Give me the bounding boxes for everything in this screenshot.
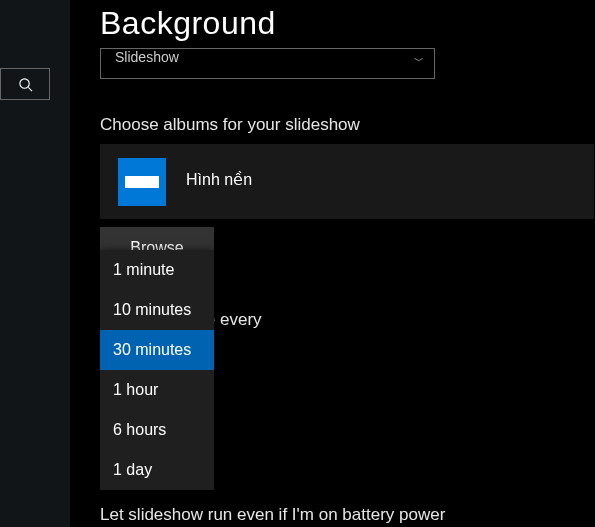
change-interval-dropdown-list[interactable]: 1 minute10 minutes30 minutes1 hour6 hour…: [100, 250, 214, 490]
background-type-dropdown[interactable]: Slideshow ﹀: [100, 48, 435, 79]
background-type-value: Slideshow: [115, 49, 414, 65]
interval-option[interactable]: 30 minutes: [100, 330, 214, 370]
interval-option[interactable]: 10 minutes: [100, 290, 214, 330]
interval-option[interactable]: 1 day: [100, 450, 214, 490]
interval-option[interactable]: 1 hour: [100, 370, 214, 410]
album-name: Hình nền: [186, 170, 252, 189]
interval-option[interactable]: 6 hours: [100, 410, 214, 450]
page-title: Background: [100, 5, 595, 42]
albums-section-label: Choose albums for your slideshow: [100, 115, 360, 135]
search-icon: [18, 77, 33, 92]
interval-option[interactable]: 1 minute: [100, 250, 214, 290]
album-folder-icon: [118, 158, 166, 206]
svg-point-0: [19, 78, 28, 87]
chevron-down-icon: ﹀: [414, 54, 424, 68]
settings-sidebar: [0, 0, 70, 527]
svg-line-1: [28, 87, 32, 91]
main-panel: Background Slideshow ﹀ Choose albums for…: [70, 0, 595, 527]
search-box[interactable]: [0, 68, 50, 100]
album-card[interactable]: Hình nền: [100, 144, 594, 219]
battery-slideshow-label: Let slideshow run even if I'm on battery…: [100, 505, 445, 525]
